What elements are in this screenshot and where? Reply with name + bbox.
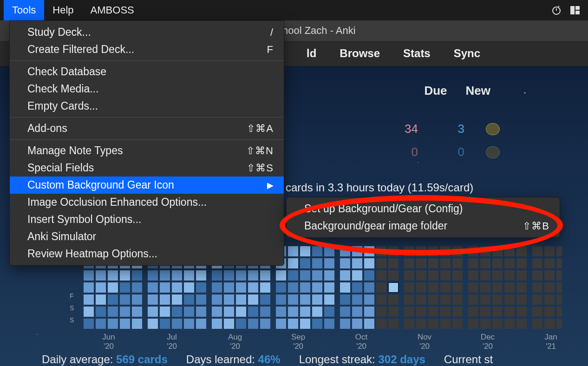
svg-rect-172 [388, 246, 399, 256]
svg-rect-217 [468, 282, 478, 293]
menu-review-heatmap[interactable]: Review Heatmap Options... [10, 245, 284, 262]
svg-rect-269 [556, 319, 562, 329]
svg-rect-44 [148, 307, 158, 317]
svg-rect-197 [428, 294, 438, 305]
menu-create-filtered[interactable]: Create Filtered Deck... F [10, 41, 284, 58]
svg-rect-148 [340, 294, 350, 305]
stat-current-streak-partial: Current st [444, 353, 493, 366]
svg-rect-180 [404, 258, 414, 268]
svg-rect-117 [288, 258, 298, 268]
svg-rect-92 [236, 294, 246, 305]
menu-label: Anki Simulator [27, 230, 96, 243]
svg-rect-261 [544, 307, 555, 317]
day-label: F [70, 290, 74, 302]
svg-rect-64 [184, 294, 194, 305]
svg-rect-126 [300, 282, 310, 293]
svg-rect-193 [428, 246, 438, 256]
tools-menu-dropdown: Study Deck... / Create Filtered Deck... … [9, 20, 284, 266]
svg-rect-13 [96, 270, 106, 281]
svg-rect-183 [404, 294, 414, 305]
svg-rect-181 [404, 270, 414, 281]
svg-rect-37 [132, 307, 142, 317]
svg-rect-239 [504, 294, 515, 305]
deck-gear-icon[interactable] [486, 146, 500, 158]
stat-value: 569 cards [116, 353, 168, 366]
timer-icon[interactable] [547, 0, 566, 20]
svg-rect-23 [108, 307, 118, 317]
studied-today-text: cards in 3.3 hours today (11.59s/card) [286, 181, 473, 194]
svg-rect-185 [404, 319, 414, 329]
svg-rect-20 [108, 270, 118, 281]
menubar-tools[interactable]: Tools [4, 0, 44, 20]
svg-rect-76 [212, 270, 222, 281]
header-new: New [466, 84, 490, 98]
svg-rect-63 [184, 282, 194, 293]
svg-rect-143 [324, 319, 334, 329]
svg-rect-107 [260, 307, 270, 317]
menu-label: Check Media... [27, 83, 98, 95]
menu-insert-symbol[interactable]: Insert Symbol Options... [10, 211, 284, 228]
submenu-config[interactable]: Set up Background/Gear (Config) [287, 200, 560, 217]
menu-separator [10, 60, 284, 61]
svg-rect-94 [236, 319, 246, 329]
svg-rect-209 [452, 270, 463, 281]
menubar-help[interactable]: Help [44, 0, 82, 20]
svg-rect-214 [468, 246, 478, 256]
toolbar-stats[interactable]: Stats [403, 47, 431, 60]
menubar-amboss[interactable]: AMBOSS [82, 0, 143, 20]
stat-longest-streak: Longest streak: 302 days [299, 353, 425, 366]
svg-rect-251 [532, 270, 542, 281]
menu-custom-background[interactable]: Custom Background Gear Icon ▶ [10, 176, 284, 194]
menu-anki-simulator[interactable]: Anki Simulator [10, 228, 284, 245]
layout-grid-icon[interactable] [566, 0, 584, 20]
svg-rect-93 [236, 307, 246, 317]
svg-rect-129 [300, 319, 310, 329]
svg-rect-235 [504, 246, 515, 256]
svg-rect-175 [388, 282, 399, 293]
svg-rect-158 [364, 246, 374, 256]
svg-rect-200 [440, 246, 451, 256]
toolbar-sync[interactable]: Sync [454, 47, 480, 60]
svg-rect-260 [544, 294, 555, 305]
menu-special-fields[interactable]: Special Fields ⇧⌘S [10, 159, 284, 176]
new-count: 0 [437, 145, 464, 159]
menu-addons[interactable]: Add-ons ⇧⌘A [10, 120, 284, 137]
stat-value: 302 days [378, 353, 425, 366]
svg-rect-79 [212, 307, 222, 317]
toolbar-add-partial[interactable]: ld [307, 47, 316, 60]
submenu-arrow-icon: ▶ [267, 180, 274, 190]
menu-manage-note-types[interactable]: Manage Note Types ⇧⌘N [10, 142, 284, 159]
menu-label: Background/gear image folder [304, 220, 447, 232]
svg-rect-104 [260, 270, 270, 281]
menu-empty-cards[interactable]: Empty Cards... [10, 98, 284, 115]
menu-image-occlusion[interactable]: Image Occlusion Enhanced Options... [10, 194, 284, 211]
svg-rect-219 [468, 307, 478, 317]
menu-check-database[interactable]: Check Database [10, 63, 284, 80]
svg-rect-166 [376, 258, 386, 268]
stat-value: 46% [258, 353, 281, 366]
svg-rect-147 [340, 282, 350, 293]
menu-check-media[interactable]: Check Media... [10, 80, 284, 98]
deck-gear-icon[interactable] [486, 123, 500, 135]
svg-rect-262 [544, 319, 555, 329]
deck-row[interactable]: 34 3 [307, 122, 551, 136]
deck-row[interactable]: 0 0 [307, 145, 551, 159]
svg-rect-218 [468, 294, 478, 305]
svg-rect-167 [376, 270, 386, 281]
svg-rect-186 [416, 246, 426, 256]
svg-rect-208 [452, 258, 463, 268]
svg-rect-168 [376, 282, 386, 293]
svg-rect-77 [212, 282, 222, 293]
svg-rect-101 [248, 319, 258, 329]
svg-rect-106 [260, 294, 270, 305]
stat-label: Days learned: [186, 353, 255, 366]
menu-label: Create Filtered Deck... [27, 43, 134, 56]
menu-study-deck[interactable]: Study Deck... / [10, 24, 284, 41]
svg-rect-177 [388, 307, 399, 317]
toolbar-browse[interactable]: Browse [340, 47, 380, 60]
svg-rect-141 [324, 294, 334, 305]
menu-label: Review Heatmap Options... [27, 248, 157, 260]
svg-rect-226 [480, 307, 490, 317]
submenu-image-folder[interactable]: Background/gear image folder ⇧⌘B [287, 217, 560, 235]
svg-rect-174 [388, 270, 399, 281]
